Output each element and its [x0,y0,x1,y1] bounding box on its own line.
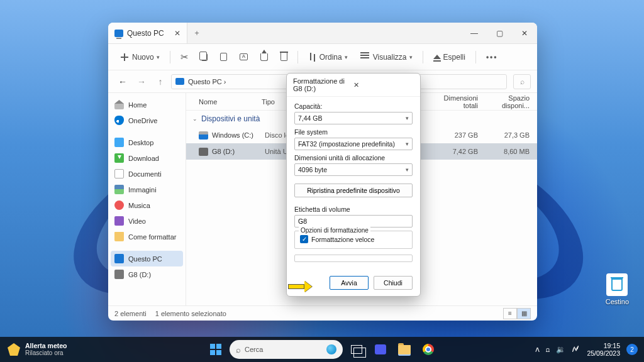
dialog-close-button[interactable]: ✕ [353,81,414,89]
view-button[interactable]: Visualizza ▾ [355,50,418,65]
sidebar-item-onedrive[interactable]: OneDrive [111,112,183,128]
onedrive-icon [114,116,124,125]
share-button[interactable] [255,51,273,63]
wifi-icon[interactable]: ⩍ [545,344,551,355]
sidebar-item-home[interactable]: Home [111,97,183,112]
recycle-bin[interactable]: Cestino [606,273,629,305]
cut-button[interactable]: ✂ [175,49,194,65]
chat-button[interactable] [370,339,391,359]
pc-icon [175,78,184,85]
maximize-button[interactable]: ▢ [487,23,512,44]
copy-icon [201,53,208,61]
col-disp[interactable]: Spazio disponi... [483,94,537,109]
chrome-icon [423,344,434,355]
tray-chevron-icon[interactable]: ʌ [534,344,541,355]
chiudi-button[interactable]: Chiudi [374,276,413,290]
hdd-icon [199,131,208,140]
delete-button[interactable] [275,50,292,63]
new-tab-button[interactable]: ＋ [187,28,206,38]
weather-widget[interactable]: Allerta meteo Rilasciato ora [0,342,75,357]
more-icon: ••• [486,53,498,62]
battery-icon[interactable]: 🗲 [570,344,580,355]
sidebar: Home OneDrive Desktop Download Documenti… [108,93,186,305]
allocation-select[interactable]: 4096 byte▾ [294,163,413,176]
sidebar-item-download[interactable]: Download [111,150,183,166]
images-icon [114,185,124,194]
format-dialog: Formattazione di G8 (D:) ✕ Capacità: 7,4… [286,73,421,297]
folder-icon [114,232,124,241]
rename-button[interactable] [235,51,253,63]
chevron-down-icon: ▾ [157,54,160,60]
download-icon [114,153,124,163]
filesystem-label: File system [294,128,413,136]
view-list-button[interactable]: ≡ [503,308,517,319]
quick-format-checkbox[interactable]: ✓ Formattazione veloce [300,235,407,243]
nav-forward-button[interactable]: → [133,77,150,87]
documents-icon [114,169,124,178]
tab-questo-pc[interactable]: Questo PC ✕ [108,23,187,43]
new-button[interactable]: Nuovo ▾ [114,50,165,65]
chat-icon [375,344,386,354]
view-icon [360,52,370,62]
sidebar-item-musica[interactable]: Musica [111,197,183,213]
taskbar-search[interactable]: ⌕ Cerca [230,340,343,359]
start-button[interactable] [206,339,226,359]
avvia-button[interactable]: Avvia [330,276,369,290]
more-button[interactable]: ••• [481,50,503,64]
sort-button[interactable]: Ordina ▾ [303,50,353,64]
tab-close-icon[interactable]: ✕ [174,29,180,38]
sidebar-item-folder[interactable]: Come formattar [111,229,183,244]
copy-button[interactable] [196,51,213,63]
minimize-button[interactable]: — [462,23,487,44]
capacity-label: Capacità: [294,102,413,110]
tab-title: Questo PC [127,29,164,38]
explorer-taskbar-button[interactable] [394,339,414,359]
volume-label-input[interactable] [294,215,413,228]
explorer-icon [398,345,411,354]
col-dim[interactable]: Dimensioni totali [429,94,483,109]
volume-icon[interactable]: 🔉 [555,344,567,355]
notification-badge[interactable]: 2 [626,344,638,355]
sidebar-item-g8[interactable]: G8 (D:) [111,266,183,282]
chrome-button[interactable] [418,339,438,359]
eject-button[interactable]: Espelli [428,50,470,64]
sidebar-item-desktop[interactable]: Desktop [111,134,183,150]
search-button[interactable]: ⌕ [513,74,531,89]
usb-icon [114,270,124,279]
checkbox-checked-icon: ✓ [300,235,308,243]
paste-button[interactable] [215,50,232,63]
search-icon: ⌕ [236,345,241,354]
sidebar-item-documenti[interactable]: Documenti [111,166,183,182]
view-grid-button[interactable]: ▦ [517,308,531,319]
sidebar-item-immagini[interactable]: Immagini [111,182,183,197]
pc-icon [114,30,123,37]
progress-bar [294,255,413,262]
plus-icon [119,52,130,62]
chevron-down-icon: ⌄ [192,116,197,122]
filesystem-select[interactable]: FAT32 (impostazione predefinita)▾ [294,138,413,150]
nav-up-button[interactable]: ↑ [152,77,169,87]
paste-icon [220,53,227,61]
annotation-arrow [288,282,312,292]
task-view-button[interactable] [347,339,367,359]
share-icon [260,53,268,61]
nav-back-button[interactable]: ← [114,77,131,87]
dialog-title-bar: Formattazione di G8 (D:) ✕ [287,74,420,97]
titlebar: Questo PC ✕ ＋ — ▢ ✕ [108,23,537,44]
col-nome[interactable]: Nome [186,98,262,106]
sidebar-item-questopc[interactable]: Questo PC [111,251,183,266]
pc-icon [114,254,124,263]
desktop-icon [114,138,124,147]
eject-icon [433,55,441,59]
cut-icon: ✂ [180,52,189,63]
task-view-icon [351,345,362,354]
restore-defaults-button[interactable]: Ripristina predefinite dispositivo [294,184,413,197]
bing-icon [326,344,336,354]
home-icon [114,100,124,109]
close-button[interactable]: ✕ [512,23,537,44]
clock[interactable]: 19:15 25/09/2023 [584,342,623,357]
capacity-select[interactable]: 7,44 GB▾ [294,112,413,124]
music-icon [114,200,124,210]
video-icon [114,216,124,226]
sidebar-item-video[interactable]: Video [111,213,183,229]
